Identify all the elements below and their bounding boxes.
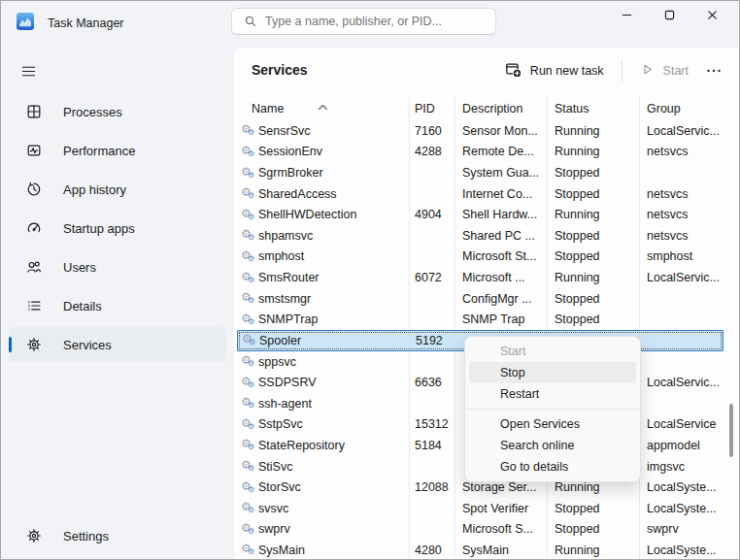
header-divider <box>622 60 622 82</box>
start-button-label: Start <box>663 64 689 78</box>
cell-group: netsvcs <box>639 145 723 158</box>
cell-pid: 15312 <box>409 417 454 431</box>
sidebar-item-users[interactable]: Users <box>9 249 226 284</box>
column-header-status[interactable]: Status <box>547 102 639 120</box>
table-row-shpamsvc[interactable]: ⚙⚙shpamsvcShared PC ...Stoppednetsvcs <box>237 225 723 247</box>
cell-pid: 6636 <box>409 376 454 389</box>
cell-name: ⚙⚙SgrmBroker <box>237 166 409 181</box>
service-cog-icon: ⚙⚙ <box>241 123 255 138</box>
cell-group: LocalSyste... <box>639 502 723 515</box>
cell-description: Microsoft St... <box>454 249 547 263</box>
cell-group: LocalSyste... <box>639 544 723 557</box>
minimize-button[interactable] <box>605 1 648 28</box>
context-menu: StartStopRestartOpen ServicesSearch onli… <box>464 336 641 482</box>
table-row-SysMain[interactable]: ⚙⚙SysMain4280SysMainRunningLocalSyste... <box>237 540 723 560</box>
app-title: Task Manager <box>48 16 124 30</box>
sidebar-item-services[interactable]: Services <box>9 327 226 362</box>
sidebar-item-performance[interactable]: Performance <box>9 133 226 168</box>
maximize-button[interactable] <box>648 1 690 28</box>
cell-pid: 4280 <box>409 544 454 557</box>
service-cog-icon: ⚙⚙ <box>242 333 256 347</box>
cell-pid: 7160 <box>409 124 454 138</box>
sidebar-settings: Settings <box>9 518 226 553</box>
cell-description: Microsoft ... <box>454 271 547 284</box>
sidebar-item-details[interactable]: Details <box>9 288 226 323</box>
cell-status: Running <box>547 480 639 494</box>
column-header-group[interactable]: Group <box>639 102 723 120</box>
table-row-SmsRouter[interactable]: ⚙⚙SmsRouter6072Microsoft ...RunningLocal… <box>237 267 723 288</box>
cell-name: ⚙⚙SSDPSRV <box>237 376 409 390</box>
column-header-name[interactable]: Name <box>237 102 409 120</box>
cell-description: SNMP Trap <box>454 313 547 326</box>
cell-group: LocalServic... <box>639 376 723 389</box>
run-new-task-button[interactable]: Run new task <box>495 55 614 86</box>
table-row-swprv[interactable]: ⚙⚙swprvMicrosoft S...Stoppedswprv <box>237 519 723 541</box>
cell-name: ⚙⚙swprv <box>237 522 409 537</box>
sidebar-item-label: Performance <box>63 144 135 158</box>
start-play-icon <box>640 62 655 80</box>
sidebar-item-processes[interactable]: Processes <box>9 94 226 129</box>
cell-status: Stopped <box>547 187 639 201</box>
service-cog-icon: ⚙⚙ <box>241 166 255 181</box>
service-cog-icon: ⚙⚙ <box>241 313 255 327</box>
context-menu-item-restart[interactable]: Restart <box>469 383 636 405</box>
table-row-smphost[interactable]: ⚙⚙smphostMicrosoft St...Stoppedsmphost <box>237 247 723 268</box>
processes-icon <box>26 104 42 119</box>
table-row-SensrSvc[interactable]: ⚙⚙SensrSvc7160Sensor Mon...RunningLocalS… <box>237 120 723 142</box>
cell-pid: 5184 <box>409 439 454 452</box>
table-row-svsvc[interactable]: ⚙⚙svsvcSpot VerifierStoppedLocalSyste... <box>237 498 723 519</box>
table-row-ShellHWDetection[interactable]: ⚙⚙ShellHWDetection4904Shell Hardw...Runn… <box>237 204 723 225</box>
cell-pid: 6072 <box>409 271 454 284</box>
users-icon <box>26 259 42 275</box>
more-options-button[interactable] <box>698 57 729 84</box>
cell-status: Stopped <box>547 229 639 243</box>
cell-description: Sensor Mon... <box>454 124 547 138</box>
cell-pid: 4288 <box>409 145 454 158</box>
table-row-SharedAccess[interactable]: ⚙⚙SharedAccessInternet Co...Stoppednetsv… <box>237 183 723 205</box>
table-row-SgrmBroker[interactable]: ⚙⚙SgrmBrokerSystem Gua...Stopped <box>237 162 723 183</box>
service-cog-icon: ⚙⚙ <box>241 249 255 264</box>
cell-name: ⚙⚙SessionEnv <box>237 145 409 159</box>
sidebar-item-startup-apps[interactable]: Startup apps <box>9 211 226 246</box>
cell-status: Stopped <box>547 502 639 515</box>
run-new-task-label: Run new task <box>530 64 604 78</box>
sidebar-item-label: Settings <box>63 529 109 544</box>
cell-status: Running <box>547 271 639 284</box>
table-row-SNMPTrap[interactable]: ⚙⚙SNMPTrapSNMP TrapStopped <box>237 309 723 330</box>
cell-status: Stopped <box>547 522 639 536</box>
cell-description: SysMain <box>454 544 547 557</box>
context-menu-item-open-services[interactable]: Open Services <box>469 413 636 435</box>
table-row-smstsmgr[interactable]: ⚙⚙smstsmgrConfigMgr ...Stopped <box>237 288 723 310</box>
cell-name: ⚙⚙smphost <box>237 249 409 264</box>
cell-group: LocalSyste... <box>639 480 723 494</box>
context-menu-item-go-to-details[interactable]: Go to details <box>469 456 636 478</box>
service-cog-icon: ⚙⚙ <box>241 354 255 369</box>
cell-description: Internet Co... <box>454 187 547 201</box>
close-button[interactable] <box>690 1 733 28</box>
table-row-SessionEnv[interactable]: ⚙⚙SessionEnv4288Remote De...Runningnetsv… <box>237 142 723 163</box>
service-cog-icon: ⚙⚙ <box>241 291 255 306</box>
start-button[interactable]: Start <box>630 56 698 85</box>
cell-group: imgsvc <box>639 460 723 474</box>
sidebar-item-label: Services <box>63 338 112 352</box>
cell-description: Remote De... <box>454 145 547 158</box>
cell-group: swprv <box>639 522 723 536</box>
cell-group: netsvcs <box>639 187 723 201</box>
selected-accent-pill <box>9 337 12 352</box>
hamburger-menu-button[interactable] <box>13 57 44 84</box>
cell-group: appmodel <box>639 439 723 452</box>
search-box[interactable] <box>231 8 496 35</box>
sidebar-item-settings[interactable]: Settings <box>9 518 226 553</box>
column-header-pid[interactable]: PID <box>409 102 454 120</box>
search-input[interactable] <box>265 15 479 28</box>
cell-name: ⚙⚙SensrSvc <box>237 123 409 138</box>
cell-description: Shared PC ... <box>454 229 547 243</box>
vertical-scrollbar-thumb[interactable] <box>729 404 733 457</box>
context-menu-item-stop[interactable]: Stop <box>469 362 636 383</box>
context-menu-item-search-online[interactable]: Search online <box>469 435 636 456</box>
column-header-description[interactable]: Description <box>454 102 547 120</box>
context-menu-item-start[interactable]: Start <box>469 341 636 362</box>
sidebar-item-app-history[interactable]: App history <box>9 172 226 207</box>
service-cog-icon: ⚙⚙ <box>241 522 255 537</box>
cell-status: Stopped <box>547 313 639 326</box>
